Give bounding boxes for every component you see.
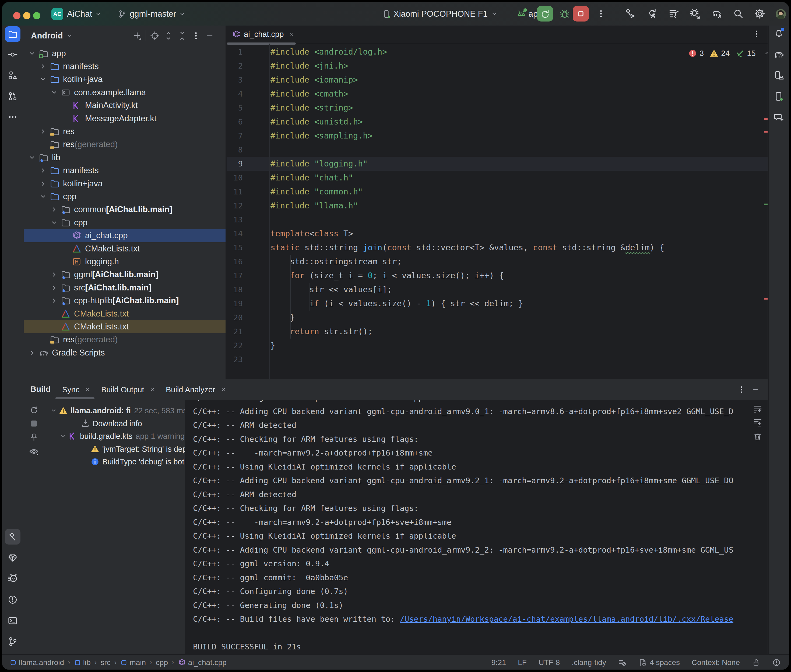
- tree-item-com-example-llama[interactable]: com.example.llama: [24, 86, 226, 99]
- prev-issue-icon[interactable]: [763, 49, 768, 57]
- code-line-4[interactable]: 4#include <cmath>: [226, 87, 768, 101]
- branch-name[interactable]: ggml-master: [130, 9, 176, 19]
- run-button[interactable]: [537, 6, 553, 21]
- app-quality-insights-icon[interactable]: [8, 553, 18, 563]
- breadcrumb-item[interactable]: cpp: [156, 658, 168, 667]
- problems-icon[interactable]: [8, 595, 18, 605]
- tree-item-logging-h[interactable]: logging.h: [24, 255, 226, 268]
- version-control-icon[interactable]: [8, 637, 18, 647]
- tree-item-lib[interactable]: lib: [24, 151, 226, 164]
- clear-console-icon[interactable]: [753, 432, 762, 441]
- code-line-18[interactable]: 18 str << values[i];: [226, 283, 768, 297]
- running-devices-icon[interactable]: [773, 91, 784, 102]
- maximize-window-button[interactable]: [33, 12, 40, 19]
- build-console[interactable]: C/C++: -- Using KleidiAI optimized kerne…: [186, 400, 768, 654]
- commit-tool-icon[interactable]: [8, 50, 18, 60]
- build-tab-analyzer[interactable]: Build Analyzer: [166, 381, 226, 398]
- search-icon[interactable]: [733, 8, 744, 19]
- notifications-icon[interactable]: [774, 29, 784, 39]
- avatar[interactable]: [776, 9, 786, 19]
- code-line-9[interactable]: 9#include "logging.h": [226, 157, 768, 171]
- build-tree-item[interactable]: BuildType 'debug' is both de: [24, 456, 185, 469]
- code-line-7[interactable]: 7#include <sampling.h>: [226, 129, 768, 143]
- debug-button[interactable]: [559, 8, 570, 19]
- more-tools-icon[interactable]: [8, 112, 18, 122]
- minimize-window-button[interactable]: [23, 12, 30, 19]
- inspections-toggle-icon[interactable]: [618, 658, 627, 667]
- attach-debugger-icon[interactable]: [690, 8, 701, 19]
- scroll-to-end-icon[interactable]: [753, 418, 762, 427]
- more-actions-icon[interactable]: [596, 9, 606, 19]
- breadcrumb-item[interactable]: lib: [74, 658, 91, 667]
- breadcrumb-item[interactable]: ai_chat.cpp: [178, 658, 226, 667]
- tree-item-res[interactable]: res (generated): [24, 333, 226, 346]
- close-tab-icon[interactable]: [84, 386, 91, 393]
- code-line-1[interactable]: 1#include <android/log.h>: [226, 45, 768, 59]
- tree-item-ai-chat-cpp[interactable]: ai_chat.cpp: [24, 229, 226, 242]
- close-tab-icon[interactable]: [149, 386, 156, 393]
- indent-setting[interactable]: 4 spaces: [639, 658, 680, 667]
- tree-item-src[interactable]: src [AiChat.lib.main]: [24, 281, 226, 294]
- build-tool-button[interactable]: [5, 529, 21, 544]
- close-window-button[interactable]: [13, 12, 21, 19]
- tree-item-app[interactable]: app: [24, 47, 226, 60]
- tree-item-common[interactable]: common [AiChat.lib.main]: [24, 203, 226, 216]
- breadcrumb-item[interactable]: main: [120, 658, 146, 667]
- soft-wrap-icon[interactable]: [753, 404, 762, 413]
- tree-item-cpp-httplib[interactable]: cpp-httplib [AiChat.lib.main]: [24, 294, 226, 307]
- code-line-14[interactable]: 14template<class T>: [226, 227, 768, 241]
- tree-item-kotlin-java[interactable]: kotlin+java: [24, 73, 226, 86]
- code-line-23[interactable]: 23: [226, 352, 768, 366]
- tree-item-res[interactable]: res: [24, 125, 226, 138]
- caret-position[interactable]: 9:21: [491, 658, 506, 667]
- build-run-icon[interactable]: [625, 8, 636, 19]
- code-line-3[interactable]: 3#include <iomanip>: [226, 73, 768, 87]
- terminal-icon[interactable]: [8, 616, 18, 626]
- tree-item-manifests[interactable]: manifests: [24, 164, 226, 177]
- hide-panel-icon[interactable]: [751, 385, 760, 394]
- gemini-chat-icon[interactable]: [773, 112, 784, 123]
- code-line-22[interactable]: 22}: [226, 339, 768, 352]
- close-tab-icon[interactable]: [288, 31, 294, 38]
- code-line-12[interactable]: 12#include "llama.h": [226, 199, 768, 213]
- pull-requests-tool-icon[interactable]: [8, 91, 18, 101]
- tree-item-cpp[interactable]: cpp: [24, 190, 226, 203]
- settings-icon[interactable]: [754, 8, 765, 19]
- tree-item-messageadapter-kt[interactable]: MessageAdapter.kt: [24, 112, 226, 125]
- project-tool-button[interactable]: [5, 26, 21, 42]
- logcat-icon[interactable]: [8, 574, 18, 584]
- tree-item-ggml[interactable]: ggml [AiChat.lib.main]: [24, 268, 226, 281]
- breadcrumb-item[interactable]: llama.android: [10, 658, 64, 667]
- code-line-10[interactable]: 10#include "chat.h": [226, 171, 768, 185]
- tab-options-icon[interactable]: [752, 29, 761, 38]
- profiler-icon[interactable]: [669, 8, 680, 19]
- notifications-status-icon[interactable]: [772, 658, 781, 667]
- tree-item-cpp[interactable]: cpp: [24, 216, 226, 229]
- build-tree-item[interactable]: Download info: [24, 418, 185, 430]
- tree-item-cmakelists-txt[interactable]: CMakeLists.txt: [24, 242, 226, 255]
- panel-options-icon[interactable]: [737, 385, 746, 394]
- build-tree-item[interactable]: 'jvmTarget: String' is deprec: [24, 443, 185, 456]
- structure-tool-icon[interactable]: [8, 70, 18, 80]
- encoding[interactable]: UTF-8: [539, 658, 560, 667]
- build-tab-output[interactable]: Build Output: [101, 381, 156, 398]
- close-tab-icon[interactable]: [220, 386, 226, 393]
- tree-item-gradle-scripts[interactable]: Gradle Scripts: [24, 346, 226, 359]
- tree-item-cmakelists-txt[interactable]: CMakeLists.txt: [24, 320, 226, 333]
- gradle-sync-icon[interactable]: [711, 8, 723, 19]
- build-tab-sync[interactable]: Sync: [62, 381, 91, 398]
- code-line-13[interactable]: 13: [226, 213, 768, 227]
- code-line-2[interactable]: 2#include <jni.h>: [226, 59, 768, 73]
- build-output-link[interactable]: /Users/hanyin/Workspace/ai-chat/examples…: [400, 614, 733, 624]
- code-line-17[interactable]: 17 for (size_t i = 0; i < values.size();…: [226, 269, 768, 283]
- inspections-widget[interactable]: 3 24 15: [688, 48, 768, 59]
- breadcrumb[interactable]: llama.android›lib›src›main›cpp›ai_chat.c…: [10, 658, 226, 667]
- tree-item-res[interactable]: res (generated): [24, 138, 226, 151]
- rerun-with-coverage-icon[interactable]: [647, 8, 658, 19]
- tree-item-kotlin-java[interactable]: kotlin+java: [24, 177, 226, 190]
- breadcrumb-item[interactable]: src: [100, 658, 110, 667]
- tree-item-cmakelists-txt[interactable]: CMakeLists.txt: [24, 307, 226, 320]
- code-line-6[interactable]: 6#include <unistd.h>: [226, 115, 768, 129]
- project-icon[interactable]: AC: [51, 8, 63, 20]
- code-line-21[interactable]: 21 return str.str();: [226, 325, 768, 339]
